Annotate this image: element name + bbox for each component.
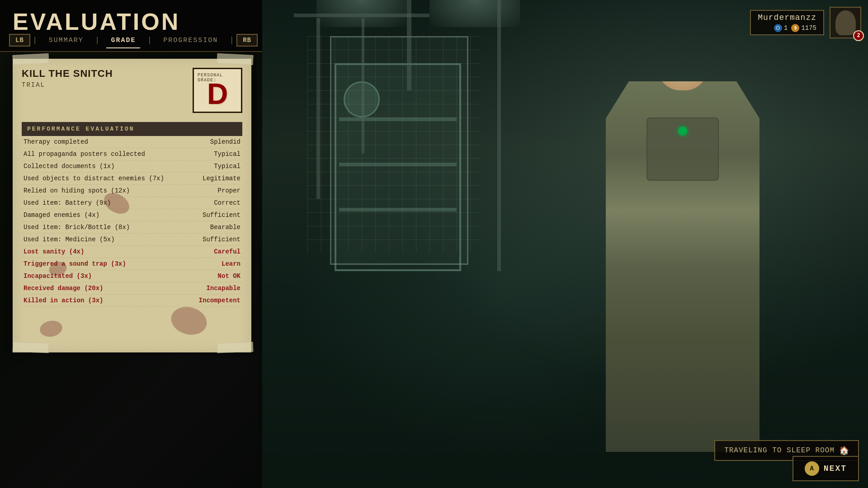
row-value: Not OK (218, 272, 241, 280)
tape-top-left (12, 53, 49, 65)
row-label: Therapy completed (24, 138, 88, 145)
tab-summary[interactable]: SUMMARY (40, 35, 93, 46)
grade-box: PERSONAL GRADE: D (193, 68, 242, 113)
row-label: Used item: Battery (9x) (24, 199, 111, 206)
coin-value: 1175 (801, 24, 816, 32)
tape-bottom-left (13, 342, 49, 353)
mission-title: KILL THE SNITCH (22, 68, 193, 80)
next-button[interactable]: A NEXT (793, 456, 859, 481)
machine-cage (307, 36, 488, 352)
row-label: Killed in action (3x) (24, 297, 103, 304)
player-name-box: Murdermanzz ⬡ 1 $ 1175 (750, 10, 824, 35)
travel-text: TRAVELING TO SLEEP ROOM (724, 446, 835, 455)
row-label: Collected documents (1x) (24, 163, 115, 170)
tab-progression[interactable]: PROGRESSION (154, 35, 227, 46)
coin-icon: $ (791, 24, 799, 32)
stat-coin: $ 1175 (791, 24, 816, 32)
travel-icon: 🏠 (839, 446, 849, 455)
player-name: Murdermanzz (758, 13, 816, 22)
table-row: Used objects to distract enemies (7x)Leg… (22, 173, 242, 185)
blood-stain-4 (38, 319, 63, 338)
performance-section-header: PERFORMANCE EVALUATION (22, 122, 242, 136)
shield-icon: ⬡ (774, 24, 782, 32)
table-row: Used item: Battery (9x)Correct (22, 197, 242, 209)
character (588, 45, 778, 452)
row-value: Proper (218, 187, 241, 194)
mission-title-block: KILL THE SNITCH TRIAL (22, 68, 193, 89)
row-value: Incompetent (199, 297, 241, 304)
table-row: Relied on hiding spots (12x)Proper (22, 185, 242, 197)
row-label: Used objects to distract enemies (7x) (24, 175, 164, 182)
page-title: EVALUATION (13, 8, 180, 35)
row-value: Sufficient (203, 211, 241, 219)
blood-stain-3 (168, 303, 210, 339)
grade-letter: D (207, 80, 228, 108)
row-label: Used item: Medicine (5x) (24, 236, 115, 243)
table-row: Used item: Medicine (5x)Sufficient (22, 234, 242, 246)
avatar-badge: 2 (853, 30, 864, 41)
next-button-label: NEXT (824, 464, 847, 473)
row-value: Careful (214, 248, 241, 255)
row-label: Damaged enemies (4x) (24, 211, 99, 219)
table-row: Lost sanity (4x)Careful (22, 246, 242, 258)
nav-separator-3: | (145, 36, 154, 45)
tab-lb-button[interactable]: LB (9, 34, 30, 47)
table-row: Damaged enemies (4x)Sufficient (22, 209, 242, 221)
avatar-silhouette (835, 10, 856, 35)
player-info: Murdermanzz ⬡ 1 $ 1175 2 (750, 7, 861, 38)
table-row: Used item: Brick/Bottle (8x)Bearable (22, 221, 242, 234)
tape-bottom-right (217, 342, 254, 353)
row-value: Splendid (210, 138, 241, 145)
evaluation-card: KILL THE SNITCH TRIAL PERSONAL GRADE: D … (13, 59, 251, 352)
row-value: Typical (214, 150, 241, 158)
row-value: Bearable (210, 224, 241, 231)
table-row: Collected documents (1x)Typical (22, 160, 242, 173)
row-value: Typical (214, 163, 241, 170)
row-label: Triggered a sound trap (3x) (24, 260, 126, 267)
grade-label: PERSONAL GRADE: (198, 73, 241, 83)
player-stats: ⬡ 1 $ 1175 (758, 24, 816, 32)
row-value: Sufficient (203, 236, 241, 243)
mission-subtitle: TRIAL (22, 81, 193, 89)
nav-separator-4: | (227, 36, 236, 45)
row-label: Received damage (20x) (24, 285, 103, 292)
table-row: All propaganda posters collectedTypical (22, 148, 242, 160)
tab-grade[interactable]: GRADE (102, 35, 145, 46)
shield-value: 1 (784, 24, 788, 32)
table-row: Killed in action (3x)Incompetent (22, 295, 242, 307)
mission-header: KILL THE SNITCH TRIAL PERSONAL GRADE: D (22, 68, 242, 113)
table-row: Therapy completedSplendid (22, 136, 242, 148)
nav-separator-2: | (93, 36, 102, 45)
next-button-key: A (805, 461, 819, 476)
nav-separator-1: | (30, 36, 40, 45)
row-label: All propaganda posters collected (24, 150, 145, 158)
character-body (606, 81, 760, 452)
tape-top-right (217, 53, 253, 65)
stat-shield: ⬡ 1 (774, 24, 788, 32)
table-row: Received damage (20x)Incapable (22, 282, 242, 295)
tab-rb-button[interactable]: RB (236, 34, 258, 47)
row-value: Incapable (206, 285, 241, 292)
row-value: Learn (222, 260, 241, 267)
row-label: Lost sanity (4x) (24, 248, 84, 255)
header: EVALUATION LB | SUMMARY | GRADE | PROGRE… (0, 0, 868, 52)
nav-tabs: LB | SUMMARY | GRADE | PROGRESSION | RB (0, 34, 262, 47)
evaluation-rows: Therapy completedSplendidAll propaganda … (22, 136, 242, 307)
row-value: Legitimate (203, 175, 241, 182)
player-avatar: 2 (830, 7, 861, 38)
row-value: Correct (214, 199, 241, 206)
row-label: Used item: Brick/Bottle (8x) (24, 224, 130, 231)
